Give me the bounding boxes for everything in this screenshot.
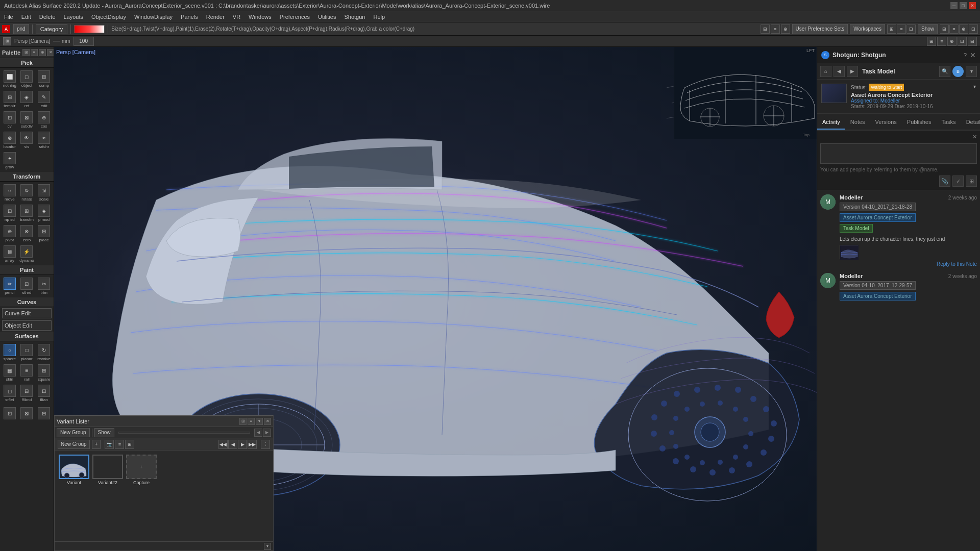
tool-place[interactable]: ⊟place: [36, 224, 52, 243]
tb2-icon-2[interactable]: ≡: [937, 37, 946, 46]
variant-item-1[interactable]: Variant: [59, 455, 89, 537]
tool-sthrd[interactable]: ⊡sthrd: [19, 277, 35, 296]
sg-nav-play[interactable]: ▶: [847, 66, 858, 77]
sg-search-button[interactable]: 🔍: [939, 66, 950, 77]
tool-srflet[interactable]: ◻srflet: [2, 384, 18, 403]
toolbar-icon-r1[interactable]: ⊞: [887, 24, 896, 34]
menu-preferences[interactable]: Preferences: [276, 11, 314, 22]
shotgun-help-button[interactable]: ?: [964, 52, 967, 58]
tool-fflbnd[interactable]: ⊟fflbnd: [19, 384, 35, 403]
close-button[interactable]: ✕: [969, 2, 976, 9]
menu-help[interactable]: Help: [369, 11, 389, 22]
sg-menu-button[interactable]: ▾: [966, 66, 977, 77]
tool-square[interactable]: ⊞square: [36, 363, 52, 383]
variant-panel-header[interactable]: Variant Lister ⊞ ≡ ▾ ✕: [55, 416, 273, 427]
sg-user-avatar-header[interactable]: B: [952, 66, 964, 77]
tool-grow[interactable]: ✦grow: [2, 151, 18, 170]
section-pick[interactable]: Pick: [0, 58, 54, 68]
viewport-3d[interactable]: Persp [Camera]: [54, 47, 817, 551]
group-icon-list[interactable]: ≡: [115, 440, 124, 449]
tb2-icon-3[interactable]: ⊕: [947, 37, 957, 46]
tb2-icon-1[interactable]: ⊞: [927, 37, 936, 46]
group-icon-layers[interactable]: ⊞: [125, 440, 134, 449]
tool-templ[interactable]: ⊟templт: [2, 90, 18, 109]
tool-sphere[interactable]: ○sphere: [2, 343, 18, 362]
tool-pencl[interactable]: ✏pencl: [2, 277, 18, 296]
nav-prev[interactable]: ◀: [228, 440, 237, 449]
sg-tab-publishes[interactable]: Publishes: [902, 115, 937, 130]
tool-edit[interactable]: ✎edit: [36, 90, 52, 109]
shotgun-close-button[interactable]: ✕: [970, 51, 976, 59]
minimize-button[interactable]: ─: [950, 2, 958, 9]
object-edit-button[interactable]: Object Edit: [2, 320, 52, 331]
variant-item-2[interactable]: Variant#2: [92, 455, 123, 537]
maximize-button[interactable]: □: [960, 2, 967, 9]
section-curves[interactable]: Curves: [0, 297, 54, 307]
tool-nothing[interactable]: ⬜nothing: [2, 69, 18, 89]
tool-cos[interactable]: ⊕cos: [36, 110, 52, 130]
tool-subdiv[interactable]: ⊠subdiv: [19, 110, 35, 130]
menu-vr[interactable]: VR: [229, 11, 244, 22]
section-surfaces[interactable]: Surfaces: [0, 332, 54, 341]
workspaces-button[interactable]: Workspaces: [850, 24, 885, 34]
tool-pivot[interactable]: ⊕pivot: [2, 224, 18, 243]
tool-object[interactable]: ◻object: [19, 69, 35, 89]
tool-move[interactable]: ↔move: [2, 183, 18, 203]
tool-revolve[interactable]: ↻revolve: [36, 343, 52, 362]
tool-zero[interactable]: ⊗zero: [19, 224, 35, 243]
toolbar-icon-r2[interactable]: ≡: [897, 24, 906, 34]
sg-tab-details[interactable]: Details: [961, 115, 980, 130]
tool-np-sd[interactable]: ⊡np sd: [2, 204, 18, 223]
tool-array[interactable]: ⊠array: [2, 244, 18, 264]
sg-close-input[interactable]: ✕: [972, 134, 977, 140]
nav-end[interactable]: ▶▶: [248, 440, 257, 449]
toolbar-icon-3[interactable]: ⊕: [781, 24, 790, 34]
variant-scrollbar[interactable]: [118, 432, 250, 434]
toolbar-icon-end3[interactable]: ⊕: [959, 24, 968, 34]
category-button[interactable]: Category: [36, 24, 68, 34]
menu-windows[interactable]: Windows: [244, 11, 276, 22]
sg-tab-notes[interactable]: Notes: [845, 115, 870, 130]
toolbar-icon-end1[interactable]: ⊞: [940, 24, 949, 34]
curve-edit-button[interactable]: Curve Edit: [2, 308, 52, 318]
tool-rotate[interactable]: ↻rotate: [19, 183, 35, 203]
new-group-name-button[interactable]: New Group: [58, 440, 90, 449]
nav-start[interactable]: ◀◀: [218, 440, 228, 449]
toolbar-icon-2[interactable]: ≡: [771, 24, 780, 34]
sg-tab-activity[interactable]: Activity: [817, 115, 845, 130]
user-pref-sets-button[interactable]: User Preference Sets: [792, 24, 848, 34]
menu-file[interactable]: File: [0, 11, 17, 22]
show-button-vp[interactable]: Show: [94, 428, 114, 437]
sg-expand-icon[interactable]: ⊞: [966, 176, 977, 187]
tool-extra-1[interactable]: ⊡: [2, 406, 18, 421]
tool-srfchr[interactable]: ≈srfchr: [36, 131, 52, 150]
tool-comp[interactable]: ⊞comp: [36, 69, 52, 89]
menu-panels[interactable]: Panels: [177, 11, 202, 22]
sg-reply-link-1[interactable]: Reply to this Note: [840, 261, 977, 267]
variant-collapse[interactable]: ▾: [264, 543, 271, 550]
add-variant-button[interactable]: +: [92, 440, 101, 449]
toolbar-icon-r3[interactable]: ⊡: [906, 24, 916, 34]
menu-objectdisplay[interactable]: ObjectDisplay: [87, 11, 130, 22]
group-icon-camera[interactable]: 📷: [105, 440, 114, 449]
zoom-value[interactable]: 100: [74, 37, 94, 46]
tb2-icon-5[interactable]: ⊟: [968, 37, 977, 46]
variant-panel-list[interactable]: ≡: [248, 418, 255, 425]
sg-nav-home[interactable]: ⌂: [820, 66, 831, 77]
menu-delete[interactable]: Delete: [35, 11, 60, 22]
tool-p-mod[interactable]: ◈p mod: [36, 204, 52, 223]
sg-task-dropdown[interactable]: ▾: [973, 84, 976, 109]
toolbar-icon-end4[interactable]: ⊡: [969, 24, 978, 34]
palette-btn-close[interactable]: ✕: [47, 49, 54, 56]
tool-trim[interactable]: ✂trim: [36, 277, 52, 296]
tool-skin[interactable]: ▦skin: [2, 363, 18, 383]
menu-shotgun[interactable]: Shotgun: [340, 11, 369, 22]
sg-checkmark-icon[interactable]: ✓: [952, 176, 964, 187]
new-group-button[interactable]: New Group: [57, 428, 90, 437]
group-settings-icon[interactable]: ⋮: [261, 440, 270, 449]
color-swatch[interactable]: [74, 25, 105, 33]
tool-extra-3[interactable]: ⊟: [36, 406, 52, 421]
section-paint[interactable]: Paint: [0, 265, 54, 275]
sg-tab-tasks[interactable]: Tasks: [937, 115, 961, 130]
tool-locator[interactable]: ⊗locator: [2, 131, 18, 150]
